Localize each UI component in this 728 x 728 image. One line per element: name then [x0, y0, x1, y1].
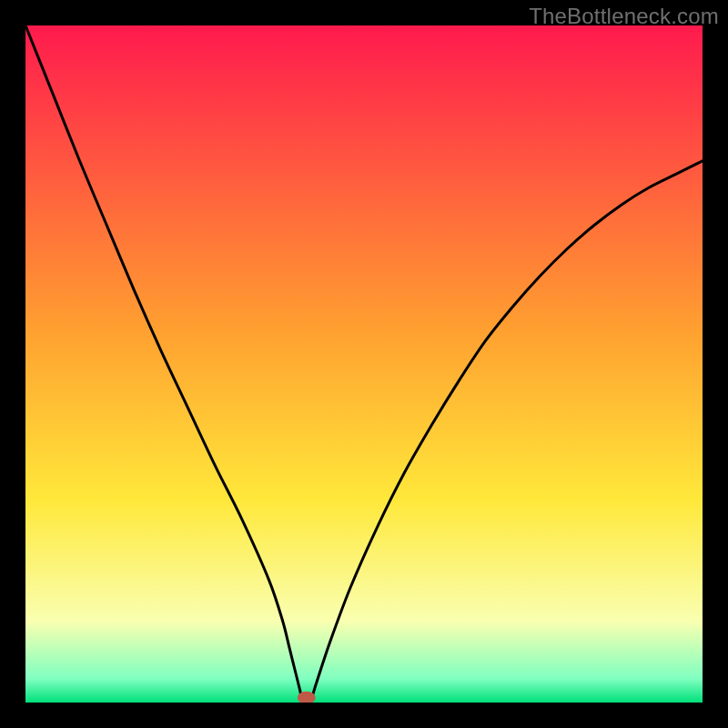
chart-svg — [25, 25, 703, 703]
svg-rect-0 — [25, 25, 703, 703]
chart-frame: TheBottleneck.com — [0, 0, 728, 728]
plot-area — [25, 25, 703, 703]
watermark-text: TheBottleneck.com — [529, 4, 719, 29]
